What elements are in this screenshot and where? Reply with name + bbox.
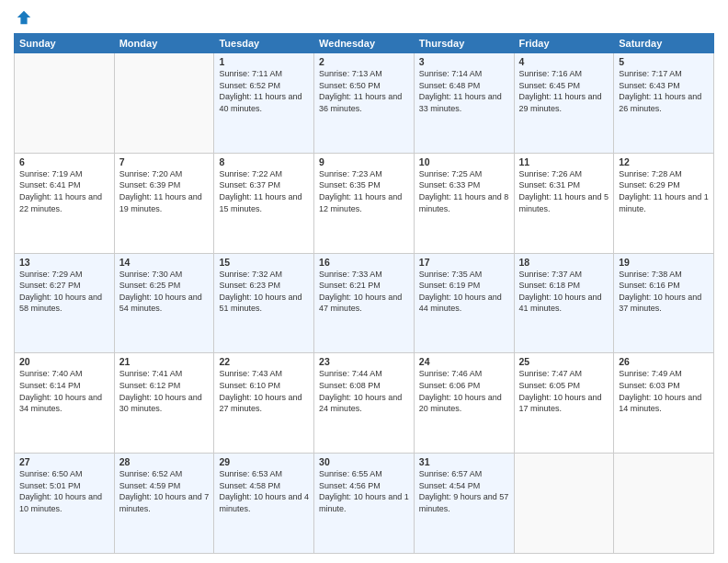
day-detail: Sunrise: 7:37 AMSunset: 6:18 PMDaylight:… <box>519 269 609 315</box>
calendar-day-cell: 30Sunrise: 6:55 AMSunset: 4:56 PMDayligh… <box>314 454 415 554</box>
day-number: 27 <box>19 456 109 467</box>
day-number: 10 <box>419 156 509 167</box>
day-number: 6 <box>19 156 109 167</box>
logo-icon <box>16 9 32 26</box>
day-detail: Sunrise: 7:38 AMSunset: 6:16 PMDaylight:… <box>619 269 709 315</box>
day-number: 9 <box>319 156 409 167</box>
day-number: 28 <box>119 456 210 467</box>
calendar-week-row: 13Sunrise: 7:29 AMSunset: 6:27 PMDayligh… <box>15 253 714 353</box>
day-detail: Sunrise: 7:11 AMSunset: 6:52 PMDaylight:… <box>219 68 309 114</box>
day-detail: Sunrise: 7:22 AMSunset: 6:37 PMDaylight:… <box>219 168 309 214</box>
calendar-day-cell: 27Sunrise: 6:50 AMSunset: 5:01 PMDayligh… <box>15 454 115 554</box>
day-detail: Sunrise: 7:28 AMSunset: 6:29 PMDaylight:… <box>619 168 709 214</box>
calendar-day-cell: 18Sunrise: 7:37 AMSunset: 6:18 PMDayligh… <box>514 253 614 353</box>
day-detail: Sunrise: 7:41 AMSunset: 6:12 PMDaylight:… <box>119 368 210 414</box>
calendar-day-cell: 20Sunrise: 7:40 AMSunset: 6:14 PMDayligh… <box>15 353 115 454</box>
day-detail: Sunrise: 7:19 AMSunset: 6:41 PMDaylight:… <box>19 168 109 214</box>
day-detail: Sunrise: 7:47 AMSunset: 6:05 PMDaylight:… <box>519 368 609 414</box>
day-number: 14 <box>119 257 210 268</box>
day-number: 7 <box>119 156 210 167</box>
calendar-day-cell: 23Sunrise: 7:44 AMSunset: 6:08 PMDayligh… <box>314 353 415 454</box>
calendar-header-row: SundayMondayTuesdayWednesdayThursdayFrid… <box>15 34 714 53</box>
day-number: 15 <box>219 257 309 268</box>
day-detail: Sunrise: 7:46 AMSunset: 6:06 PMDaylight:… <box>419 368 509 414</box>
day-number: 8 <box>219 156 309 167</box>
calendar-day-cell: 19Sunrise: 7:38 AMSunset: 6:16 PMDayligh… <box>614 253 714 353</box>
calendar-week-row: 20Sunrise: 7:40 AMSunset: 6:14 PMDayligh… <box>15 353 714 454</box>
calendar-day-cell: 31Sunrise: 6:57 AMSunset: 4:54 PMDayligh… <box>414 454 514 554</box>
day-number: 21 <box>119 356 210 367</box>
calendar-day-cell: 15Sunrise: 7:32 AMSunset: 6:23 PMDayligh… <box>214 253 314 353</box>
calendar-day-cell <box>514 454 614 554</box>
day-number: 25 <box>519 356 609 367</box>
day-detail: Sunrise: 7:17 AMSunset: 6:43 PMDaylight:… <box>619 68 709 114</box>
day-number: 2 <box>319 56 409 67</box>
day-detail: Sunrise: 7:25 AMSunset: 6:33 PMDaylight:… <box>419 168 509 214</box>
calendar-day-cell: 22Sunrise: 7:43 AMSunset: 6:10 PMDayligh… <box>214 353 314 454</box>
calendar-day-cell: 5Sunrise: 7:17 AMSunset: 6:43 PMDaylight… <box>614 53 714 154</box>
calendar-day-cell: 6Sunrise: 7:19 AMSunset: 6:41 PMDaylight… <box>15 153 115 253</box>
calendar-day-cell <box>614 454 714 554</box>
day-number: 16 <box>319 257 409 268</box>
svg-marker-0 <box>17 11 30 24</box>
day-detail: Sunrise: 7:26 AMSunset: 6:31 PMDaylight:… <box>519 168 609 214</box>
calendar-day-cell: 13Sunrise: 7:29 AMSunset: 6:27 PMDayligh… <box>15 253 115 353</box>
logo <box>14 9 32 26</box>
day-number: 20 <box>19 356 109 367</box>
day-detail: Sunrise: 7:23 AMSunset: 6:35 PMDaylight:… <box>319 168 409 214</box>
day-number: 1 <box>219 56 309 67</box>
calendar-day-cell: 29Sunrise: 6:53 AMSunset: 4:58 PMDayligh… <box>214 454 314 554</box>
calendar-day-header: Monday <box>114 34 214 53</box>
day-detail: Sunrise: 7:29 AMSunset: 6:27 PMDaylight:… <box>19 269 109 315</box>
day-detail: Sunrise: 7:49 AMSunset: 6:03 PMDaylight:… <box>619 368 709 414</box>
day-number: 17 <box>419 257 509 268</box>
calendar-day-cell: 25Sunrise: 7:47 AMSunset: 6:05 PMDayligh… <box>514 353 614 454</box>
day-detail: Sunrise: 6:50 AMSunset: 5:01 PMDaylight:… <box>19 468 109 514</box>
calendar-day-cell: 17Sunrise: 7:35 AMSunset: 6:19 PMDayligh… <box>414 253 514 353</box>
day-detail: Sunrise: 6:55 AMSunset: 4:56 PMDaylight:… <box>319 468 409 514</box>
day-detail: Sunrise: 7:32 AMSunset: 6:23 PMDaylight:… <box>219 269 309 315</box>
calendar-day-cell: 12Sunrise: 7:28 AMSunset: 6:29 PMDayligh… <box>614 153 714 253</box>
calendar-day-cell: 1Sunrise: 7:11 AMSunset: 6:52 PMDaylight… <box>214 53 314 154</box>
day-detail: Sunrise: 7:40 AMSunset: 6:14 PMDaylight:… <box>19 368 109 414</box>
day-number: 4 <box>519 56 609 67</box>
day-number: 22 <box>219 356 309 367</box>
calendar-day-cell: 4Sunrise: 7:16 AMSunset: 6:45 PMDaylight… <box>514 53 614 154</box>
calendar-day-cell: 7Sunrise: 7:20 AMSunset: 6:39 PMDaylight… <box>114 153 214 253</box>
day-number: 11 <box>519 156 609 167</box>
day-number: 29 <box>219 456 309 467</box>
calendar-day-header: Friday <box>514 34 614 53</box>
day-number: 18 <box>519 257 609 268</box>
calendar-day-header: Wednesday <box>314 34 415 53</box>
calendar-week-row: 6Sunrise: 7:19 AMSunset: 6:41 PMDaylight… <box>15 153 714 253</box>
calendar-week-row: 27Sunrise: 6:50 AMSunset: 5:01 PMDayligh… <box>15 454 714 554</box>
day-detail: Sunrise: 7:44 AMSunset: 6:08 PMDaylight:… <box>319 368 409 414</box>
calendar-day-header: Tuesday <box>214 34 314 53</box>
calendar-week-row: 1Sunrise: 7:11 AMSunset: 6:52 PMDaylight… <box>15 53 714 154</box>
calendar-day-header: Saturday <box>614 34 714 53</box>
day-detail: Sunrise: 6:53 AMSunset: 4:58 PMDaylight:… <box>219 468 309 514</box>
day-detail: Sunrise: 7:43 AMSunset: 6:10 PMDaylight:… <box>219 368 309 414</box>
day-number: 19 <box>619 257 709 268</box>
day-detail: Sunrise: 7:14 AMSunset: 6:48 PMDaylight:… <box>419 68 509 114</box>
calendar-day-cell: 21Sunrise: 7:41 AMSunset: 6:12 PMDayligh… <box>114 353 214 454</box>
calendar-day-header: Thursday <box>414 34 514 53</box>
day-number: 26 <box>619 356 709 367</box>
calendar-day-cell <box>15 53 115 154</box>
calendar-day-cell: 10Sunrise: 7:25 AMSunset: 6:33 PMDayligh… <box>414 153 514 253</box>
calendar-day-cell: 24Sunrise: 7:46 AMSunset: 6:06 PMDayligh… <box>414 353 514 454</box>
calendar-day-cell: 14Sunrise: 7:30 AMSunset: 6:25 PMDayligh… <box>114 253 214 353</box>
day-number: 12 <box>619 156 709 167</box>
day-detail: Sunrise: 7:16 AMSunset: 6:45 PMDaylight:… <box>519 68 609 114</box>
day-detail: Sunrise: 7:13 AMSunset: 6:50 PMDaylight:… <box>319 68 409 114</box>
calendar-day-cell: 8Sunrise: 7:22 AMSunset: 6:37 PMDaylight… <box>214 153 314 253</box>
day-number: 13 <box>19 257 109 268</box>
day-detail: Sunrise: 6:57 AMSunset: 4:54 PMDaylight:… <box>419 468 509 514</box>
calendar-day-cell <box>114 53 214 154</box>
day-number: 5 <box>619 56 709 67</box>
day-detail: Sunrise: 7:33 AMSunset: 6:21 PMDaylight:… <box>319 269 409 315</box>
day-detail: Sunrise: 6:52 AMSunset: 4:59 PMDaylight:… <box>119 468 210 514</box>
calendar-day-cell: 9Sunrise: 7:23 AMSunset: 6:35 PMDaylight… <box>314 153 415 253</box>
day-number: 3 <box>419 56 509 67</box>
day-number: 30 <box>319 456 409 467</box>
